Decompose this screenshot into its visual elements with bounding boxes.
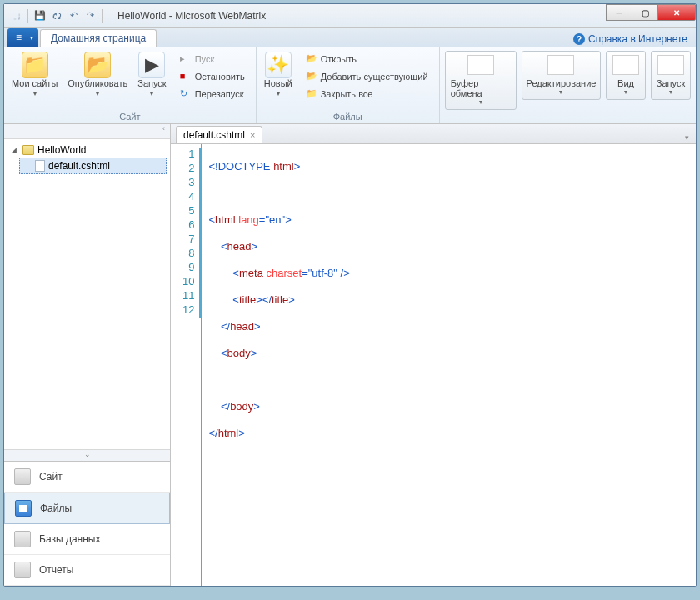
launch-panel-button[interactable]: Запуск ▾ xyxy=(651,51,691,100)
titlebar: ⬚ 💾 🗘 ↶ ↷ HelloWorld - Microsoft WebMatr… xyxy=(4,4,696,28)
open-button[interactable]: 📂 Открыть xyxy=(300,51,434,68)
editing-panel-button[interactable]: Редактирование ▾ xyxy=(522,51,601,100)
view-panel-button[interactable]: Вид ▾ xyxy=(606,51,646,100)
ribbon-group-site: 📁 Мои сайты ▾ 📂 Опубликовать ▾ ▶ Запуск … xyxy=(4,48,257,123)
chevron-down-icon: ▾ xyxy=(277,90,280,98)
blank-icon xyxy=(468,55,494,75)
ribbon: 📁 Мои сайты ▾ 📂 Опубликовать ▾ ▶ Запуск … xyxy=(4,48,696,124)
help-icon: ? xyxy=(573,33,585,45)
new-button[interactable]: ✨ Новый ▾ xyxy=(260,49,297,100)
help-link[interactable]: ? Справка в Интернете xyxy=(565,32,696,47)
new-file-icon: ✨ xyxy=(265,52,292,78)
sidebar-collapse-button[interactable]: ‹ xyxy=(4,124,170,139)
expander-icon[interactable]: ◢ xyxy=(11,146,19,154)
play-icon: ▶ xyxy=(138,52,165,78)
chevron-down-icon: ▾ xyxy=(559,88,562,96)
line-gutter: 123456789101112 xyxy=(171,144,202,586)
tab-close-button[interactable]: × xyxy=(250,130,255,140)
chevron-down-icon: ▾ xyxy=(150,90,153,98)
nav-site[interactable]: Сайт xyxy=(4,462,170,492)
nav-reports[interactable]: Отчеты xyxy=(4,555,170,586)
nav-panes: Сайт Файлы Базы данных Отчеты xyxy=(4,461,170,586)
help-label: Справка в Интернете xyxy=(588,33,688,45)
restart-icon: ↻ xyxy=(180,88,192,100)
tree-file[interactable]: default.cshtml xyxy=(19,158,167,174)
publish-icon: 📂 xyxy=(84,52,111,78)
close-button[interactable]: ✕ xyxy=(658,4,696,21)
quick-access-toolbar: ⬚ 💾 🗘 ↶ ↷ xyxy=(4,9,109,22)
clipboard-panel-button[interactable]: Буфер обмена ▾ xyxy=(445,51,517,110)
ribbon-group-panels: Буфер обмена ▾ Редактирование ▾ Вид ▾ За… xyxy=(440,48,696,123)
nav-databases[interactable]: Базы данных xyxy=(4,524,170,555)
my-sites-button[interactable]: 📁 Мои сайты ▾ xyxy=(8,49,62,100)
add-existing-button[interactable]: 📂 Добавить существующий xyxy=(300,68,434,85)
nav-files[interactable]: Файлы xyxy=(4,492,170,524)
folder-open-icon: 📂 xyxy=(306,53,318,65)
folder-icon xyxy=(22,145,34,155)
chart-icon xyxy=(14,562,31,578)
chevron-down-icon: ▾ xyxy=(669,88,672,96)
maximize-button[interactable]: ▢ xyxy=(632,4,658,21)
stop-icon: ■ xyxy=(180,71,192,82)
editor-area: default.cshtml × ▾ 123456789101112 <!DOC… xyxy=(171,124,696,586)
nav-collapse-button[interactable]: ⌄ xyxy=(4,449,170,461)
chevron-down-icon: ▾ xyxy=(479,98,482,106)
refresh-icon[interactable]: 🗘 xyxy=(50,9,63,22)
file-menu-button[interactable]: ≡ xyxy=(8,28,38,47)
folder-add-icon: 📂 xyxy=(306,71,318,82)
ribbon-tabstrip: ≡ Домашняя страница ? Справка в Интернет… xyxy=(4,28,696,48)
editor-tab[interactable]: default.cshtml × xyxy=(176,126,262,143)
folder-icon: 📁 xyxy=(22,52,48,78)
play-icon: ▸ xyxy=(180,53,192,65)
chevron-down-icon: ▾ xyxy=(96,90,99,98)
menu-icon: ≡ xyxy=(16,32,22,43)
undo-icon[interactable]: ↶ xyxy=(67,9,80,22)
restart-button[interactable]: ↻ Перезапуск xyxy=(174,86,251,102)
window-controls: ─ ▢ ✕ xyxy=(607,4,696,21)
window-title: HelloWorld - Microsoft WebMatrix xyxy=(118,10,266,22)
chevron-down-icon: ▾ xyxy=(33,90,37,98)
start-button: ▸ Пуск xyxy=(174,51,251,68)
code-editor[interactable]: 123456789101112 <!DOCTYPE html> <html la… xyxy=(171,144,696,586)
home-icon xyxy=(14,468,31,485)
run-button[interactable]: ▶ Запуск ▾ xyxy=(133,49,170,100)
file-icon xyxy=(35,160,45,172)
sidebar: ‹ ◢ HelloWorld default.cshtml ⌄ Сайт xyxy=(4,124,171,586)
tab-overflow-button[interactable]: ▾ xyxy=(678,132,696,143)
editor-tabstrip: default.cshtml × ▾ xyxy=(171,124,696,144)
app-window: ⬚ 💾 🗘 ↶ ↷ HelloWorld - Microsoft WebMatr… xyxy=(3,3,697,587)
minimize-button[interactable]: ─ xyxy=(606,4,632,21)
ribbon-tab-home[interactable]: Домашняя страница xyxy=(40,29,157,47)
database-icon xyxy=(14,531,31,548)
qat-app-icon[interactable]: ⬚ xyxy=(9,9,22,22)
files-icon xyxy=(15,500,32,517)
file-tree: ◢ HelloWorld default.cshtml xyxy=(4,139,170,449)
stop-button[interactable]: ■ Остановить xyxy=(174,68,251,85)
chevron-down-icon: ▾ xyxy=(624,88,628,96)
workspace: ‹ ◢ HelloWorld default.cshtml ⌄ Сайт xyxy=(4,124,696,586)
close-all-button[interactable]: 📁 Закрыть все xyxy=(300,86,434,102)
blank-icon xyxy=(612,55,639,75)
code-content[interactable]: <!DOCTYPE html> <html lang="en"> <head> … xyxy=(202,144,696,586)
save-icon[interactable]: 💾 xyxy=(33,9,47,22)
publish-button[interactable]: 📂 Опубликовать ▾ xyxy=(63,49,132,100)
ribbon-group-files: ✨ Новый ▾ 📂 Открыть 📂 Добавить существую… xyxy=(257,48,440,123)
folder-close-icon: 📁 xyxy=(306,88,318,100)
blank-icon xyxy=(548,55,574,75)
tree-root[interactable]: ◢ HelloWorld xyxy=(8,142,167,158)
blank-icon xyxy=(658,55,684,75)
redo-icon[interactable]: ↷ xyxy=(83,9,97,22)
